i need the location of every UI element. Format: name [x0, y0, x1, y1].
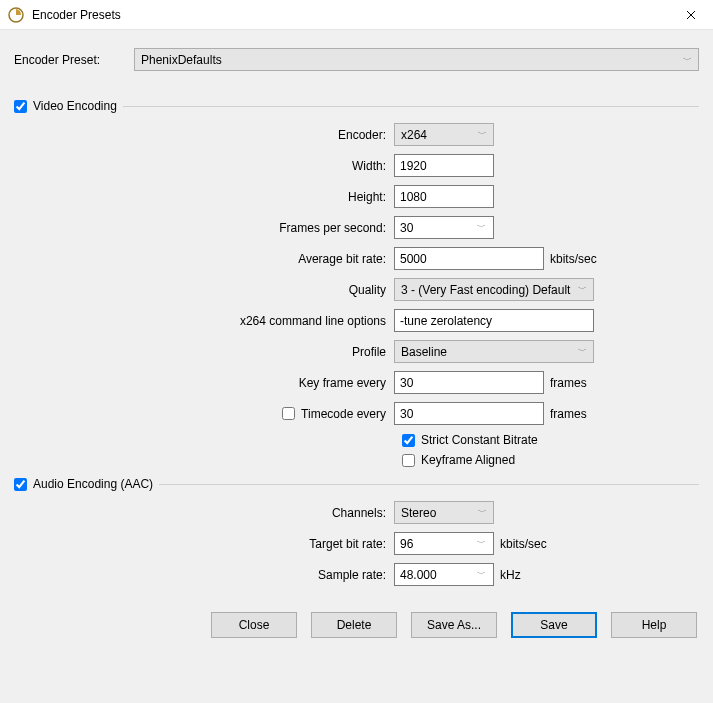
strict-cbr-checkbox[interactable] — [402, 434, 415, 447]
audio-encoding-label: Audio Encoding (AAC) — [33, 477, 153, 491]
sample-rate-value: 48.000 — [400, 568, 437, 582]
encoder-label: Encoder: — [14, 128, 394, 142]
avg-bitrate-label: Average bit rate: — [14, 252, 394, 266]
keyframe-aligned-label: Keyframe Aligned — [421, 453, 515, 467]
width-label: Width: — [14, 159, 394, 173]
button-bar: Close Delete Save As... Save Help — [14, 612, 699, 638]
fps-combo[interactable]: 30 ﹀ — [394, 216, 494, 239]
audio-group-header: Audio Encoding (AAC) — [14, 477, 699, 491]
window-title: Encoder Presets — [32, 8, 668, 22]
chevron-down-icon: ﹀ — [474, 565, 489, 584]
cmdline-input[interactable] — [394, 309, 594, 332]
chevron-down-icon: ﹀ — [683, 53, 692, 66]
keyframe-unit: frames — [550, 376, 587, 390]
avg-bitrate-unit: kbits/sec — [550, 252, 597, 266]
dialog-body: Encoder Preset: PhenixDefaults ﹀ Video E… — [0, 30, 713, 652]
target-bitrate-combo[interactable]: 96 ﹀ — [394, 532, 494, 555]
quality-label: Quality — [14, 283, 394, 297]
audio-encoding-checkbox[interactable] — [14, 478, 27, 491]
strict-cbr-label: Strict Constant Bitrate — [421, 433, 538, 447]
target-bitrate-label: Target bit rate: — [14, 537, 394, 551]
fps-label: Frames per second: — [14, 221, 394, 235]
app-icon — [8, 7, 24, 23]
chevron-down-icon: ﹀ — [478, 506, 487, 519]
keyframe-input[interactable] — [394, 371, 544, 394]
cmdline-label: x264 command line options — [14, 314, 394, 328]
preset-row: Encoder Preset: PhenixDefaults ﹀ — [14, 48, 699, 71]
height-label: Height: — [14, 190, 394, 204]
save-as-button[interactable]: Save As... — [411, 612, 497, 638]
video-encoding-checkbox[interactable] — [14, 100, 27, 113]
target-bitrate-unit: kbits/sec — [500, 537, 547, 551]
profile-select[interactable]: Baseline ﹀ — [394, 340, 594, 363]
preset-value: PhenixDefaults — [141, 53, 222, 67]
keyframe-label: Key frame every — [14, 376, 394, 390]
video-encoding-label: Video Encoding — [33, 99, 117, 113]
preset-select[interactable]: PhenixDefaults ﹀ — [134, 48, 699, 71]
quality-select[interactable]: 3 - (Very Fast encoding) Default ﹀ — [394, 278, 594, 301]
delete-button[interactable]: Delete — [311, 612, 397, 638]
timecode-checkbox[interactable] — [282, 407, 295, 420]
profile-value: Baseline — [401, 345, 447, 359]
divider — [123, 106, 699, 107]
encoder-value: x264 — [401, 128, 427, 142]
timecode-unit: frames — [550, 407, 587, 421]
fps-value: 30 — [400, 221, 413, 235]
chevron-down-icon: ﹀ — [478, 128, 487, 141]
quality-value: 3 - (Very Fast encoding) Default — [401, 283, 570, 297]
sample-rate-combo[interactable]: 48.000 ﹀ — [394, 563, 494, 586]
profile-label: Profile — [14, 345, 394, 359]
close-button[interactable] — [668, 0, 713, 30]
title-bar: Encoder Presets — [0, 0, 713, 30]
help-button[interactable]: Help — [611, 612, 697, 638]
video-group-header: Video Encoding — [14, 99, 699, 113]
chevron-down-icon: ﹀ — [474, 534, 489, 553]
chevron-down-icon: ﹀ — [474, 218, 489, 237]
height-input[interactable] — [394, 185, 494, 208]
keyframe-aligned-checkbox[interactable] — [402, 454, 415, 467]
encoder-select[interactable]: x264 ﹀ — [394, 123, 494, 146]
save-button[interactable]: Save — [511, 612, 597, 638]
chevron-down-icon: ﹀ — [578, 283, 587, 296]
timecode-label: Timecode every — [301, 407, 386, 421]
chevron-down-icon: ﹀ — [578, 345, 587, 358]
channels-label: Channels: — [14, 506, 394, 520]
preset-label: Encoder Preset: — [14, 53, 134, 67]
channels-select[interactable]: Stereo ﹀ — [394, 501, 494, 524]
close-dialog-button[interactable]: Close — [211, 612, 297, 638]
sample-rate-unit: kHz — [500, 568, 521, 582]
target-bitrate-value: 96 — [400, 537, 413, 551]
channels-value: Stereo — [401, 506, 436, 520]
divider — [159, 484, 699, 485]
width-input[interactable] — [394, 154, 494, 177]
sample-rate-label: Sample rate: — [14, 568, 394, 582]
avg-bitrate-input[interactable] — [394, 247, 544, 270]
timecode-input[interactable] — [394, 402, 544, 425]
